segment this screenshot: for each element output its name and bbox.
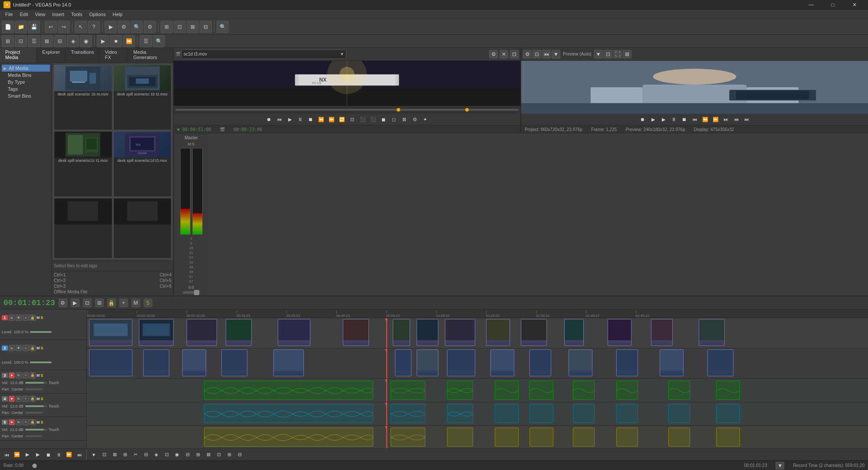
track-a5-vol-slider[interactable]: [25, 429, 47, 431]
thumb-3[interactable]: desk spill scene/sc1c t1.mov: [54, 131, 112, 197]
source-file-selector[interactable]: sc1d t3.mov ▼: [181, 49, 346, 59]
v1-clip-4[interactable]: [226, 319, 252, 346]
prog-play2-btn[interactable]: ▶: [659, 115, 668, 124]
track-v1-eye-btn[interactable]: 👁: [16, 315, 22, 321]
v2-clip-14[interactable]: [707, 349, 733, 376]
source-pause-btn[interactable]: ⏸: [296, 115, 305, 124]
snap-btn[interactable]: ⊞: [161, 21, 173, 33]
tl-add-btn[interactable]: +: [119, 299, 128, 307]
track-a4-vol-slider[interactable]: [25, 405, 47, 407]
thumb-6[interactable]: [113, 198, 172, 259]
v1-clip-1[interactable]: [89, 319, 132, 346]
source-popout-btn[interactable]: ⊡: [510, 50, 519, 59]
prog-ext-btn[interactable]: ⊡: [604, 50, 612, 59]
zoom-in-btn[interactable]: 🔍: [217, 21, 229, 33]
v2-clip-4[interactable]: [221, 349, 247, 376]
a3-wave-4[interactable]: [495, 381, 519, 400]
tb2-btn4[interactable]: ⊠: [41, 35, 53, 47]
a4-wave-5[interactable]: [529, 404, 553, 423]
a3-wave-6[interactable]: [573, 381, 595, 400]
tab-explorer[interactable]: Explorer: [37, 48, 66, 62]
a4-wave-3[interactable]: [447, 404, 473, 423]
tb2-btn6[interactable]: ◈: [67, 35, 79, 47]
source-next-frame-btn[interactable]: ⏩: [327, 115, 336, 124]
track-lane-v1[interactable]: [87, 318, 868, 348]
track-a3-vol-slider[interactable]: [25, 382, 47, 384]
tab-media-generators[interactable]: Media Generators: [128, 48, 173, 62]
track-a5-pan-slider[interactable]: [25, 435, 43, 437]
prog-scope-btn[interactable]: ⊡: [533, 50, 541, 59]
tb2-btn2[interactable]: ⊡: [15, 35, 27, 47]
v2-clip-13[interactable]: [660, 349, 684, 376]
track-v1-lock-btn[interactable]: 🔒: [30, 315, 36, 321]
thumb-4[interactable]: NX desk spill scene/sc1d t3.mov: [113, 131, 172, 197]
a5-wave-7[interactable]: [616, 427, 638, 447]
menu-tools[interactable]: Tools: [68, 10, 86, 19]
track-a4-add-btn[interactable]: +: [23, 396, 29, 402]
tb2-btn1[interactable]: ⊞: [2, 35, 14, 47]
track-v2-lock-btn[interactable]: 🔒: [30, 345, 36, 351]
open-button[interactable]: 📁: [15, 21, 27, 33]
tl-prev-btn[interactable]: ⏪: [12, 450, 22, 460]
tl-ripple-tool-btn[interactable]: ⊡: [162, 450, 171, 460]
prog-mode-btn[interactable]: ▼: [552, 50, 560, 59]
track-a4-lock-btn[interactable]: 🔒: [30, 396, 36, 402]
source-scrubber-track[interactable]: [175, 109, 519, 111]
save-button[interactable]: 💾: [28, 21, 40, 33]
track-v1-s[interactable]: S: [41, 316, 43, 320]
tl-settings-btn[interactable]: ⚙: [59, 299, 67, 307]
track-v1-level-slider[interactable]: [30, 331, 52, 333]
tl-lock-btn[interactable]: 🔒: [107, 299, 116, 307]
tl-zoom-btn[interactable]: ⊠: [204, 450, 213, 460]
new-button[interactable]: 📄: [2, 21, 14, 33]
a3-wave-1[interactable]: [204, 381, 373, 400]
source-settings-btn[interactable]: ⚙: [489, 50, 498, 59]
a3-wave-2[interactable]: [391, 381, 425, 400]
prog-prev3-btn[interactable]: ⏮: [732, 115, 741, 124]
tl-insert-btn[interactable]: ⊡: [99, 450, 109, 460]
track-v2-s[interactable]: S: [41, 346, 43, 350]
track-a5-s[interactable]: S: [41, 420, 43, 424]
tools-btn-2[interactable]: ⚙: [118, 21, 130, 33]
v1-clip-3[interactable]: [187, 319, 217, 346]
source-insert-btn[interactable]: ◻: [389, 115, 399, 124]
track-a4-rec-btn[interactable]: ●: [9, 396, 15, 402]
source-misc-btn[interactable]: ⚙: [410, 115, 420, 124]
tb2-play-btn[interactable]: ▶: [97, 35, 109, 47]
track-v1-add-btn[interactable]: +: [23, 315, 29, 321]
menu-file[interactable]: File: [2, 10, 16, 19]
tb2-fwd-btn[interactable]: ⏩: [123, 35, 135, 47]
thumb-1[interactable]: desk spill scene/sc 1b t4.mov: [54, 65, 112, 130]
source-prev-btn[interactable]: ⏮: [275, 115, 284, 124]
tb2-list-btn[interactable]: ☰: [140, 35, 152, 47]
minimize-button[interactable]: —: [801, 0, 821, 10]
v1-clip-8[interactable]: [417, 319, 438, 346]
track-a5-fx-btn[interactable]: fx: [16, 419, 22, 425]
track-v2-m[interactable]: M: [36, 346, 40, 350]
tree-tags[interactable]: Tags: [2, 85, 50, 92]
tb2-search-btn[interactable]: 🔍: [153, 35, 165, 47]
a5-wave-8[interactable]: [668, 427, 690, 447]
source-record-btn[interactable]: ⏺: [264, 115, 274, 124]
tl-mode-btn[interactable]: ▶: [71, 299, 79, 307]
tb2-btn3[interactable]: ☰: [28, 35, 40, 47]
a4-wave-1[interactable]: [204, 404, 373, 423]
track-lane-a4[interactable]: [87, 402, 868, 426]
tree-all-media[interactable]: ▶ All Media: [2, 65, 50, 72]
source-prev-frame-btn[interactable]: ⏪: [316, 115, 326, 124]
a5-wave-1[interactable]: [204, 427, 373, 447]
source-ext-btn[interactable]: ⊡: [348, 115, 357, 124]
tl-mix-btn[interactable]: ⊞: [224, 450, 234, 460]
track-v1-fx-btn[interactable]: fx: [9, 315, 15, 321]
tl-region-btn[interactable]: ⊟: [183, 450, 192, 460]
tl-marker-btn[interactable]: ◉: [172, 450, 182, 460]
source-out-btn[interactable]: ⬛: [368, 115, 378, 124]
source-stop-btn[interactable]: ⏹: [306, 115, 316, 124]
source-play-btn[interactable]: ▶: [285, 115, 295, 124]
v1-clip-14[interactable]: [651, 319, 673, 346]
loop-btn[interactable]: ⊟: [200, 21, 212, 33]
tb2-btn7[interactable]: ◉: [80, 35, 92, 47]
tl-split-btn[interactable]: ⊞: [120, 450, 130, 460]
track-v2-level-slider[interactable]: [30, 362, 52, 363]
track-a3-lock-btn[interactable]: 🔒: [30, 372, 36, 378]
